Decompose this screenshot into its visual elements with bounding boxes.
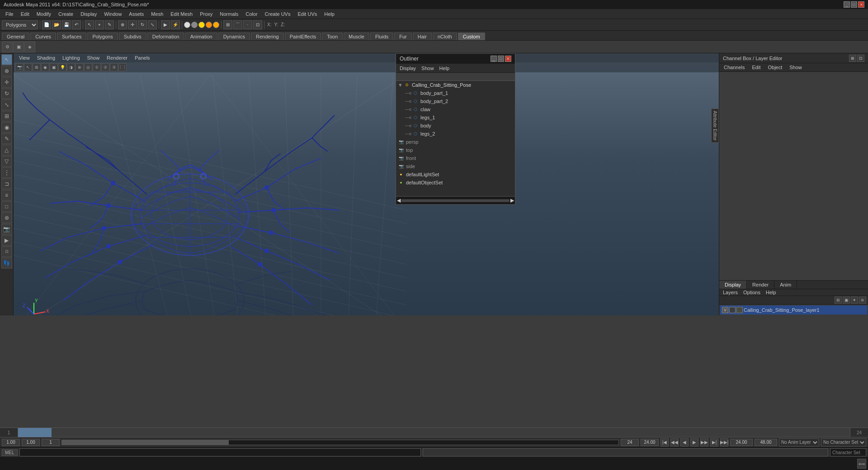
snap-point-icon[interactable]: · [243, 20, 252, 29]
open-icon[interactable]: 📂 [52, 20, 61, 29]
menu-editmesh[interactable]: Edit Mesh [167, 10, 196, 18]
vp-menu-view[interactable]: View [15, 55, 33, 61]
range-current-input[interactable] [42, 439, 60, 446]
layer-icon-1[interactable]: ⊞ [835, 296, 842, 304]
vp-menu-lighting[interactable]: Lighting [59, 55, 84, 61]
render-icon[interactable]: ▶ [161, 20, 170, 29]
undo-icon[interactable]: ↶ [72, 20, 81, 29]
soft-mod-tool[interactable]: ◉ [1, 122, 12, 133]
outliner-row-legs1[interactable]: —o ⬡ legs_1 [396, 113, 515, 122]
vp-icon-cam[interactable]: 📷 [15, 63, 24, 71]
cb-icon-2[interactable]: ⊡ [857, 55, 864, 62]
lasso-icon[interactable]: ⌖ [95, 20, 104, 29]
cb-icon-1[interactable]: ⊞ [849, 55, 856, 62]
shelf-tab-general[interactable]: General [2, 33, 29, 40]
menu-color[interactable]: Color [242, 10, 261, 18]
shelf-tab-ncloth[interactable]: nCloth [433, 33, 457, 40]
last-frame-btn[interactable]: ▶▶| [720, 438, 728, 446]
select-tool[interactable]: ↖ [1, 54, 12, 65]
menu-normals[interactable]: Normals [216, 10, 242, 18]
rotate-tool[interactable]: ↻ [1, 88, 12, 99]
shelf-tab-polygons[interactable]: Polygons [87, 33, 118, 40]
shelf-tab-custom[interactable]: Custom [458, 33, 485, 40]
shelf-tab-fur[interactable]: Fur [394, 33, 412, 40]
shelf-tab-rendering[interactable]: Rendering [251, 33, 284, 40]
menu-mesh[interactable]: Mesh [147, 10, 167, 18]
camera-tool[interactable]: 📷 [1, 224, 12, 235]
fps-end-input[interactable] [755, 439, 777, 446]
outliner-scroll-right[interactable]: ▶ [510, 197, 514, 203]
layer-menu-layers[interactable]: Layers [721, 290, 740, 295]
color-ball-yellow[interactable] [213, 22, 219, 28]
render-button[interactable]: ▶ [1, 235, 12, 246]
layer-tab-render[interactable]: Render [747, 281, 774, 289]
outliner-row-lightset[interactable]: ● defaultLightSet [396, 170, 515, 179]
outliner-row-objset[interactable]: ● defaultObjectSet [396, 179, 515, 187]
vp-menu-show[interactable]: Show [84, 55, 104, 61]
layer-tab-anim[interactable]: Anim [774, 281, 797, 289]
range-start-input[interactable] [2, 439, 20, 446]
vp-menu-shading[interactable]: Shading [33, 55, 59, 61]
move-tool[interactable]: ✛ [1, 77, 12, 88]
outliner-row-top[interactable]: 📷 top [396, 146, 515, 154]
snap-curve-icon[interactable]: ⌒ [233, 20, 242, 29]
layer-visibility-check[interactable]: V [722, 307, 728, 313]
outliner-scroll-left[interactable]: ◀ [397, 197, 401, 203]
rotate-icon[interactable]: ↻ [138, 20, 147, 29]
menu-file[interactable]: File [2, 10, 17, 18]
close-button[interactable]: ✕ [858, 1, 864, 8]
next-key-btn[interactable]: ▶▶ [700, 438, 708, 446]
universal-manip-tool[interactable]: ⊞ [1, 111, 12, 122]
next-frame-btn[interactable]: ▶| [710, 438, 718, 446]
transform-icon[interactable]: ⊕ [118, 20, 127, 29]
sculpt-tool[interactable]: ✎ [1, 133, 12, 144]
menu-createuvs[interactable]: Create UVs [261, 10, 294, 18]
shelf-tab-surfaces[interactable]: Surfaces [57, 33, 86, 40]
shelf-tab-toon[interactable]: Toon [322, 33, 343, 40]
paint-select-tool[interactable]: ⊕ [1, 66, 12, 76]
outliner-row-root[interactable]: ▼ ⚙ Calling_Crab_Sitting_Pose [396, 81, 515, 89]
viewport[interactable]: View Shading Lighting Show Renderer Pane… [14, 53, 719, 315]
outliner-row-body[interactable]: —o ⬡ body [396, 122, 515, 130]
outliner-row-front[interactable]: 📷 front [396, 154, 515, 162]
pose-tool[interactable]: ⌑ [1, 246, 12, 257]
anim-layer-select[interactable]: No Anim Layer [779, 438, 819, 446]
extrude-tool[interactable]: ⊐ [1, 179, 12, 189]
snap-surface-icon[interactable]: ⊡ [253, 20, 262, 29]
timeline-playhead[interactable] [18, 428, 52, 437]
vp-icon-grid[interactable]: ⋮⋮ [118, 63, 127, 71]
timeline-ruler[interactable] [18, 428, 850, 437]
split-poly-tool[interactable]: ⋮ [1, 167, 12, 178]
shelf-tab-muscle[interactable]: Muscle [344, 33, 369, 40]
menu-proxy[interactable]: Proxy [196, 10, 216, 18]
outliner-row-claw[interactable]: —o ⬡ claw [396, 105, 515, 113]
menu-create[interactable]: Create [55, 10, 77, 18]
vp-icon-xray[interactable]: ⊗ [75, 63, 84, 71]
vp-icon-res1[interactable]: ① [93, 63, 101, 71]
layer-icon-2[interactable]: ▣ [843, 296, 850, 304]
outliner-menu-display[interactable]: Display [398, 66, 418, 71]
outliner-minimize[interactable]: _ [491, 56, 497, 62]
vp-icon-texture[interactable]: ▣ [50, 63, 58, 71]
create-poly-tool[interactable]: △ [1, 145, 12, 155]
layer-tab-display[interactable]: Display [719, 281, 747, 289]
shelf-icon-3[interactable]: ◈ [24, 42, 35, 52]
show-manip-tool[interactable]: ⊛ [1, 212, 12, 223]
outliner-maximize[interactable]: □ [498, 56, 504, 62]
range-end-input[interactable] [641, 439, 659, 446]
new-scene-icon[interactable]: 📄 [42, 20, 51, 29]
range-track[interactable] [61, 440, 619, 445]
layer-row-main[interactable]: V Calling_Crab_Sitting_Pose_layer1 [720, 306, 867, 315]
menu-display[interactable]: Display [77, 10, 100, 18]
vp-icon-res3[interactable]: ③ [110, 63, 118, 71]
play-fwd-btn[interactable]: ▶ [690, 438, 698, 446]
outliner-row-body2[interactable]: —o ⬡ body_part_2 [396, 97, 515, 105]
outliner-search-input[interactable] [396, 73, 515, 81]
ipr-icon[interactable]: ⚡ [171, 20, 180, 29]
outliner-expand-root[interactable]: ▼ [398, 82, 403, 88]
append-poly-tool[interactable]: ▽ [1, 156, 12, 167]
script-resize-btn[interactable]: ⟺ [857, 459, 866, 469]
menu-edituvs[interactable]: Edit UVs [294, 10, 321, 18]
shelf-tab-animation[interactable]: Animation [185, 33, 217, 40]
shelf-tab-curves[interactable]: Curves [30, 33, 56, 40]
